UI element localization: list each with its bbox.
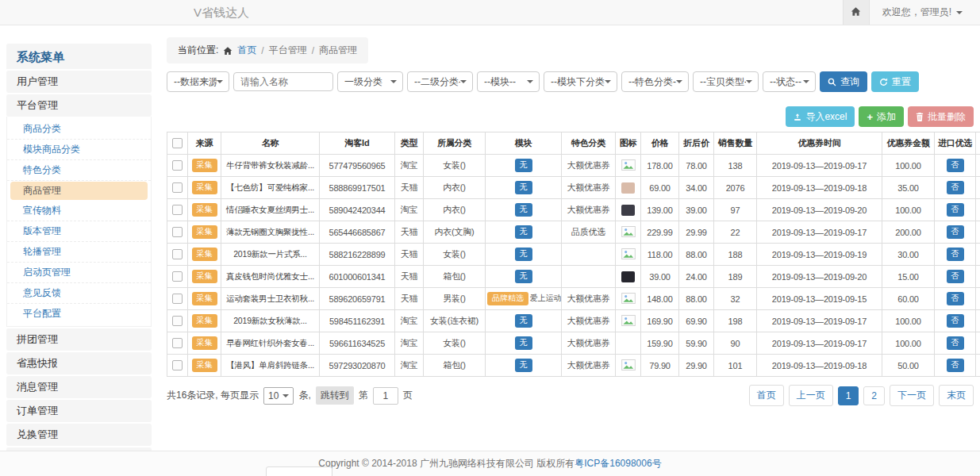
row-checkbox-cell bbox=[167, 310, 188, 332]
jump-button[interactable]: 跳转到 bbox=[316, 386, 354, 405]
page-button[interactable]: 下一页 bbox=[890, 385, 934, 406]
product-category: 内衣(文胸) bbox=[424, 221, 486, 244]
coupon-time-cell: 2019-09-13—2019-09-19 bbox=[757, 244, 882, 266]
user-menu[interactable]: 欢迎您，管理员! bbox=[870, 0, 980, 25]
sidebar-section[interactable]: 省惠快报 bbox=[6, 352, 152, 374]
source-badge: 采集 bbox=[192, 314, 217, 328]
filter-select[interactable]: --模块-- bbox=[477, 71, 540, 92]
row-checkbox[interactable] bbox=[172, 205, 183, 215]
price-cell: 69.00 bbox=[641, 177, 679, 199]
module-badge: 无 bbox=[515, 336, 532, 350]
import-select-toggle[interactable]: 否 bbox=[947, 203, 964, 217]
sidebar-item[interactable]: 商品管理 bbox=[10, 182, 148, 200]
column-header: 特色分类 bbox=[562, 132, 616, 155]
import-select-toggle-cell: 否 bbox=[935, 155, 976, 177]
import-select-toggle[interactable]: 否 bbox=[947, 292, 964, 305]
sidebar-section[interactable]: 拼团管理 bbox=[6, 328, 152, 351]
must-buy-toggle-cell: 否 bbox=[976, 266, 980, 288]
icp-link[interactable]: 粤ICP备16098006号 bbox=[575, 457, 661, 470]
sidebar-item[interactable]: 模块商品分类 bbox=[7, 140, 151, 160]
sidebar-section[interactable]: 用户管理 bbox=[6, 71, 152, 93]
column-header: 模块 bbox=[486, 132, 562, 155]
table-row: 采集运动套装男士卫衣初秋...589620659791天猫男装()品牌精选爱上运… bbox=[167, 288, 980, 310]
filter-select-value: 一级分类 bbox=[344, 75, 382, 89]
sidebar-section[interactable]: 订单管理 bbox=[6, 400, 152, 422]
filter-select[interactable]: --二级分类-- bbox=[407, 71, 473, 92]
coupon-time-cell: 2019-09-13—2019-09-18 bbox=[757, 177, 882, 199]
row-checkbox[interactable] bbox=[172, 182, 183, 193]
thumb-cell bbox=[616, 266, 641, 288]
sidebar-item[interactable]: 宣传物料 bbox=[7, 201, 151, 221]
filter-select[interactable]: --宝贝类型-- bbox=[693, 71, 759, 92]
import-select-toggle[interactable]: 否 bbox=[947, 359, 964, 372]
sidebar-section[interactable]: 平台管理 bbox=[6, 94, 152, 117]
row-checkbox[interactable] bbox=[172, 316, 183, 326]
module-cell: 无 bbox=[486, 155, 562, 177]
records-summary-suffix: 条, bbox=[298, 389, 310, 402]
add-button[interactable]: + 添加 bbox=[859, 106, 904, 127]
row-checkbox[interactable] bbox=[172, 160, 183, 171]
product-category: 女装() bbox=[424, 332, 486, 355]
refresh-icon bbox=[879, 78, 888, 86]
row-checkbox[interactable] bbox=[172, 227, 183, 237]
sidebar-section[interactable]: 兑换管理 bbox=[6, 424, 152, 446]
import-select-toggle[interactable]: 否 bbox=[947, 248, 964, 261]
column-header: 必买清单 bbox=[976, 132, 980, 155]
reset-button[interactable]: 重置 bbox=[871, 71, 919, 92]
row-checkbox[interactable] bbox=[172, 294, 183, 304]
sidebar-item[interactable]: 版本管理 bbox=[7, 221, 151, 242]
product-type: 淘宝 bbox=[395, 155, 424, 177]
sidebar-section[interactable]: 消息管理 bbox=[6, 376, 152, 398]
row-checkbox[interactable] bbox=[172, 360, 183, 370]
plus-icon: + bbox=[867, 112, 873, 122]
module-badge: 无 bbox=[515, 181, 532, 194]
sidebar-item[interactable]: 启动页管理 bbox=[7, 263, 151, 283]
sidebar-item[interactable]: 特色分类 bbox=[7, 160, 151, 181]
sidebar-item[interactable]: 平台配置 bbox=[7, 304, 151, 324]
filter-controls: --数据来源--一级分类--二级分类----模块----模块下分类----特色分… bbox=[167, 71, 816, 92]
import-select-toggle[interactable]: 否 bbox=[947, 336, 964, 350]
top-bar-right: 欢迎您，管理员! bbox=[843, 0, 980, 25]
batch-delete-button[interactable]: 批量删除 bbox=[908, 106, 974, 127]
product-category: 女装(连衣裙) bbox=[424, 310, 486, 332]
filter-select-value: --特色分类-- bbox=[628, 75, 676, 89]
filter-select[interactable]: 一级分类 bbox=[337, 71, 403, 92]
page-button[interactable]: 2 bbox=[863, 386, 885, 405]
discount-price-cell: 29.99 bbox=[679, 221, 714, 244]
page-button[interactable]: 首页 bbox=[749, 385, 784, 406]
filter-select[interactable]: --模块下分类-- bbox=[544, 71, 617, 92]
jump-page-input[interactable] bbox=[373, 387, 398, 405]
home-button[interactable] bbox=[843, 0, 870, 25]
coupon-time-cell: 2019-09-13—2019-09-15 bbox=[757, 288, 882, 310]
select-all-checkbox[interactable] bbox=[172, 138, 183, 148]
import-select-toggle[interactable]: 否 bbox=[947, 270, 964, 283]
row-checkbox[interactable] bbox=[172, 271, 183, 282]
filter-select[interactable]: --状态-- bbox=[763, 71, 816, 92]
name-search-input[interactable] bbox=[233, 72, 333, 91]
page-button[interactable]: 上一页 bbox=[789, 385, 833, 406]
breadcrumb-home-link[interactable]: 首页 bbox=[237, 44, 256, 57]
row-checkbox[interactable] bbox=[172, 338, 183, 348]
sidebar-item[interactable]: 商品分类 bbox=[7, 119, 151, 140]
search-button[interactable]: 查询 bbox=[820, 71, 867, 92]
import-select-toggle[interactable]: 否 bbox=[947, 181, 964, 194]
filter-select[interactable]: --数据来源-- bbox=[167, 71, 229, 92]
row-checkbox[interactable] bbox=[172, 249, 183, 259]
column-header: 类型 bbox=[395, 132, 424, 155]
filter-select[interactable]: --特色分类-- bbox=[621, 71, 689, 92]
sidebar-item[interactable]: 意见反馈 bbox=[7, 283, 151, 304]
import-select-toggle[interactable]: 否 bbox=[947, 159, 964, 172]
sidebar-item[interactable]: 轮播管理 bbox=[7, 242, 151, 263]
import-select-toggle[interactable]: 否 bbox=[947, 314, 964, 328]
page-button[interactable]: 1 bbox=[838, 386, 859, 405]
import-select-toggle[interactable]: 否 bbox=[947, 225, 964, 239]
image-placeholder-icon bbox=[621, 363, 636, 372]
import-excel-button[interactable]: 导入excel bbox=[786, 106, 855, 127]
taoke-id: 598451162391 bbox=[320, 310, 395, 332]
price-cell: 118.00 bbox=[641, 244, 679, 266]
page-size-select[interactable]: 10 bbox=[263, 387, 294, 405]
source-cell: 采集 bbox=[188, 199, 221, 221]
page-button[interactable]: 末页 bbox=[939, 385, 974, 406]
coupon-amount-cell: 200.00 bbox=[882, 221, 935, 244]
discount-price-cell: 88.00 bbox=[679, 244, 714, 266]
